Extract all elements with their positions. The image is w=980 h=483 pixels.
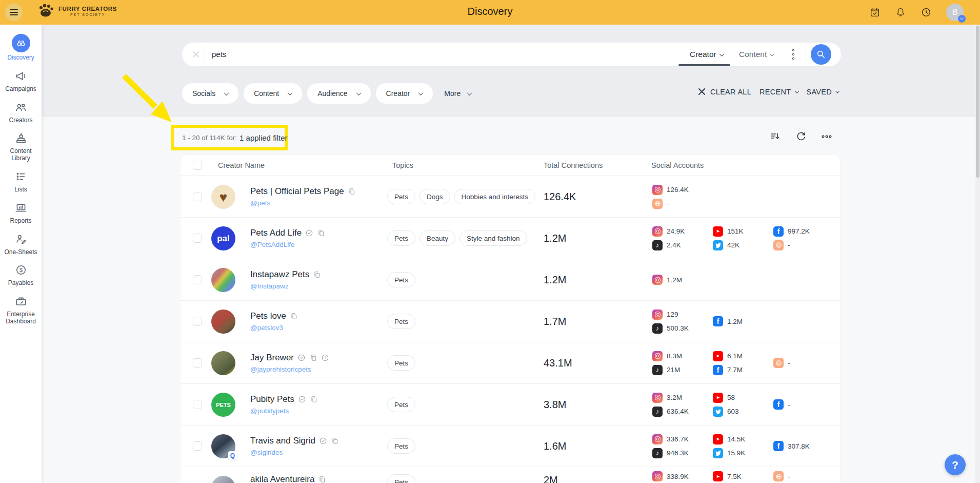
- sidebar-item-enterprise-dashboard[interactable]: BETAEnterprise Dashboard: [1, 294, 41, 325]
- calendar-check-icon[interactable]: [869, 7, 881, 18]
- youtube-icon: [713, 351, 723, 361]
- social-accounts: 338.9K7.5K-: [652, 467, 837, 483]
- sidebar-item-campaigns[interactable]: Campaigns: [1, 68, 41, 93]
- creator-handle[interactable]: @Instapawz: [250, 282, 321, 290]
- row-checkbox[interactable]: [193, 234, 202, 243]
- search-options-kebab-icon[interactable]: [789, 48, 798, 61]
- row-checkbox[interactable]: [193, 275, 202, 284]
- social-accounts: 126.4K-: [652, 176, 837, 217]
- filter-content[interactable]: Content: [244, 83, 302, 104]
- topic-pill: Dogs: [419, 189, 450, 204]
- table-row[interactable]: Instapawz Pets@InstapawzPets1.2M1.2M: [181, 259, 840, 301]
- scrollbar-thumb[interactable]: [976, 26, 979, 178]
- help-button[interactable]: ?: [945, 454, 966, 475]
- table-row[interactable]: Pets love@petslov3Pets1.7M129♪500.3Kf1.2…: [181, 301, 840, 342]
- social-value: 129: [667, 311, 678, 318]
- svg-text:$: $: [19, 267, 22, 273]
- topic-pill: Beauty: [419, 230, 455, 246]
- row-checkbox[interactable]: [193, 317, 202, 326]
- search-input[interactable]: pets: [212, 50, 226, 59]
- creator-name-line: Pets Add Life: [250, 228, 325, 238]
- sidebar-item-discovery[interactable]: Discovery: [1, 34, 41, 62]
- more-options-kebab-icon[interactable]: [821, 130, 833, 143]
- instagram-icon: [652, 393, 663, 403]
- clock-icon[interactable]: [921, 7, 932, 18]
- saved-dropdown[interactable]: SAVED: [807, 88, 839, 96]
- search-mode-content[interactable]: Content: [739, 50, 774, 59]
- table-row[interactable]: QTravis and Sigrid@sigiridesPets1.6M336.…: [181, 426, 840, 467]
- search-mode-creator[interactable]: Creator: [690, 50, 724, 59]
- social-stat: ♪946.3K: [652, 448, 713, 458]
- search-button[interactable]: [811, 44, 831, 65]
- bell-icon[interactable]: [895, 7, 906, 18]
- select-all-checkbox[interactable]: [193, 161, 202, 170]
- sidebar-item-creators[interactable]: Creators: [1, 100, 41, 124]
- sort-icon[interactable]: [769, 130, 782, 143]
- hamburger-menu-button[interactable]: [5, 4, 23, 21]
- creator-name[interactable]: Pets love: [250, 311, 286, 321]
- copy-icon[interactable]: [348, 187, 356, 196]
- creator-handle[interactable]: @PetsAddLife: [250, 241, 325, 248]
- filter-audience[interactable]: Audience: [307, 83, 370, 104]
- scrollbar-track[interactable]: [975, 25, 980, 483]
- copy-icon[interactable]: [290, 312, 298, 320]
- creator-handle[interactable]: @pets: [250, 199, 356, 207]
- recent-dropdown[interactable]: RECENT: [759, 88, 798, 96]
- creator-name[interactable]: Jay Brewer: [250, 353, 294, 363]
- creator-handle[interactable]: @jayprehistoricpets: [250, 365, 329, 373]
- creator-handle[interactable]: @pubitypets: [250, 407, 318, 415]
- table-row[interactable]: palPets Add Life@PetsAddLifePetsBeautySt…: [181, 218, 840, 259]
- topics-list: Pets: [387, 272, 415, 287]
- row-checkbox[interactable]: [193, 441, 202, 451]
- copy-icon[interactable]: [318, 475, 326, 483]
- creator-name[interactable]: Pets Add Life: [250, 228, 302, 238]
- copy-icon[interactable]: [309, 354, 317, 362]
- row-checkbox[interactable]: [193, 192, 202, 201]
- user-avatar[interactable]: B: [946, 4, 964, 21]
- social-value: 997.2K: [788, 227, 810, 235]
- clear-search-icon[interactable]: [190, 49, 202, 60]
- table-row[interactable]: Jay Brewer@jayprehistoricpetsPets43.1M8.…: [181, 342, 840, 384]
- table-row[interactable]: akila AventureiraPets2M338.9K7.5K-: [181, 467, 840, 483]
- creator-avatar: Q: [211, 434, 235, 458]
- refresh-icon[interactable]: [795, 130, 807, 143]
- sidebar-item-one-sheets[interactable]: One-Sheets: [1, 231, 41, 256]
- creator-name[interactable]: Travis and Sigrid: [250, 436, 315, 446]
- sidebar-item-reports[interactable]: Reports: [1, 200, 41, 225]
- row-checkbox[interactable]: [193, 400, 202, 409]
- creator-handle[interactable]: @petslov3: [250, 324, 298, 332]
- creators-icon: [13, 100, 29, 115]
- sidebar: DiscoveryCampaignsCreatorsContent Librar…: [0, 25, 42, 483]
- copy-icon[interactable]: [310, 395, 318, 403]
- clear-all-button[interactable]: CLEAR ALL: [697, 87, 751, 96]
- copy-icon[interactable]: [313, 271, 321, 279]
- creator-name[interactable]: Instapawz Pets: [250, 269, 309, 280]
- social-value: 8.3M: [667, 352, 682, 360]
- row-checkbox[interactable]: [193, 358, 202, 368]
- filter-more[interactable]: More: [444, 89, 471, 98]
- copy-icon[interactable]: [331, 437, 339, 445]
- creator-name[interactable]: akila Aventureira: [250, 474, 314, 483]
- facebook-icon: f: [773, 399, 784, 410]
- creator-handle[interactable]: @sigirides: [250, 449, 339, 456]
- social-stat: 8.3M: [652, 351, 713, 361]
- sidebar-item-lists[interactable]: Lists: [1, 169, 41, 194]
- filter-creator[interactable]: Creator: [376, 83, 433, 104]
- copy-icon[interactable]: [317, 229, 325, 237]
- brand-logo[interactable]: FURRY CREATORS PET SOCIETY: [37, 2, 117, 21]
- creator-name[interactable]: Pubity Pets: [250, 394, 294, 404]
- creator-name[interactable]: Pets | Official Pets Page: [250, 186, 344, 197]
- table-row[interactable]: ♥Pets | Official Pets Page@petsPetsDogsH…: [181, 176, 840, 218]
- verified-icon: [305, 229, 313, 237]
- creator-name-block: Travis and Sigrid@sigirides: [250, 436, 339, 456]
- filter-actions: CLEAR ALL RECENT SAVED: [697, 87, 839, 96]
- verified-icon: [298, 395, 306, 403]
- sidebar-item-content-library[interactable]: Content Library: [1, 130, 41, 162]
- table-row[interactable]: PETSPubity Pets@pubitypetsPets3.8M3.2M♪6…: [181, 384, 840, 426]
- results-range: 1 - 20 of 114K for:: [182, 134, 237, 142]
- social-value: 636.4K: [667, 408, 689, 415]
- youtube-icon: [713, 471, 723, 481]
- social-value: 24.9K: [667, 227, 685, 235]
- filter-socials[interactable]: Socials: [182, 83, 238, 104]
- sidebar-item-payables[interactable]: $Payables: [1, 262, 41, 287]
